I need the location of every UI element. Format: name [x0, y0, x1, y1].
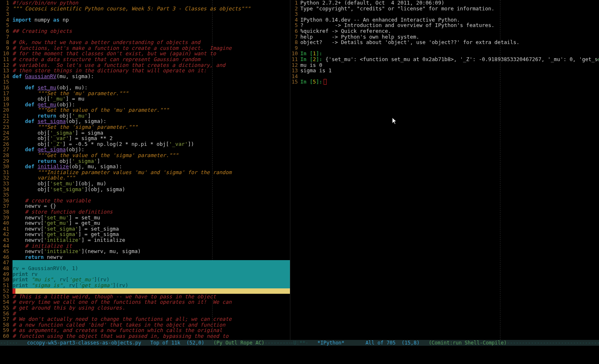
modeline-position: All of 705	[366, 340, 396, 346]
modeline-modes: (Py Outl Rope AC)	[213, 340, 265, 346]
minibuffer[interactable]	[0, 346, 599, 364]
wrap-arrow-icon: →	[596, 57, 599, 62]
modeline-filename: cocopy-wk5-part3-classes-as-objects.py	[27, 340, 141, 346]
modeline-right[interactable]: -U:**- *IPython* All of 705 (15,8) (Comi…	[290, 340, 599, 346]
left-code-body[interactable]: #!/usr/bin/env python""" Cocosci scienti…	[12, 0, 290, 339]
modeline-position: Top of 11k	[150, 340, 180, 346]
line-number-gutter-left: 1234567891011121314151617181920212223242…	[0, 0, 11, 339]
line-number-gutter-right: 123456789101112131415	[290, 0, 300, 85]
editor-area: 1234567891011121314151617181920212223242…	[0, 0, 599, 340]
modeline-modes: (Comint:run Shell-Compile)	[428, 340, 507, 346]
right-repl-body[interactable]: Python 2.7.2+ (default, Oct 4 2011, 20:0…	[300, 0, 599, 85]
modeline-cursor: (52,0)	[186, 340, 204, 346]
right-repl-pane[interactable]: 123456789101112131415 Python 2.7.2+ (def…	[290, 0, 599, 340]
modeline-cursor: (15,8)	[401, 340, 419, 346]
left-code-pane[interactable]: 1234567891011121314151617181920212223242…	[0, 0, 290, 340]
modeline-buffer: *IPython*	[317, 340, 344, 346]
modeline-left[interactable]: --:--- cocopy-wk5-part3-classes-as-objec…	[0, 340, 290, 346]
